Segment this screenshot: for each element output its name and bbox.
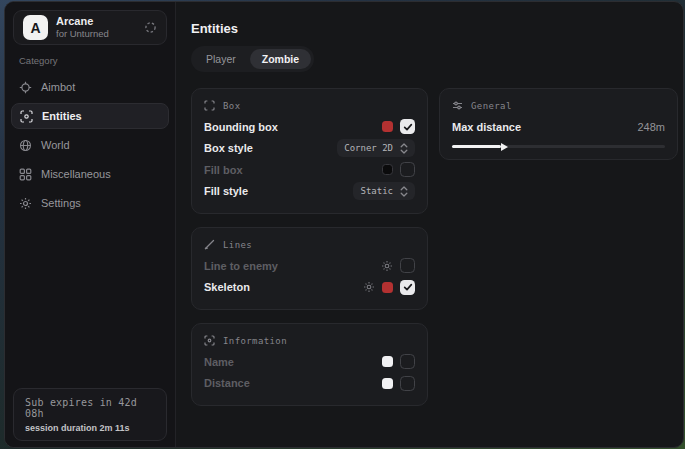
- sidebar-item-world[interactable]: World: [11, 132, 169, 158]
- session-duration-text: session duration 2m 11s: [25, 423, 155, 433]
- fill-style-value: Static: [360, 186, 393, 196]
- slider-fill: [452, 145, 501, 148]
- sidebar-item-label: Aimbot: [41, 81, 75, 93]
- box-header-label: Box: [223, 101, 240, 111]
- sub-expires-text: Sub expires in 42d 08h: [25, 397, 155, 419]
- sidebar-item-label: Entities: [42, 110, 82, 122]
- sidebar-item-label: World: [41, 139, 70, 151]
- max-distance-label: Max distance: [452, 121, 521, 133]
- box-card: Box Bounding box Box style: [191, 88, 428, 214]
- box-style-label: Box style: [204, 142, 253, 154]
- sidebar-item-miscellaneous[interactable]: Miscellaneous: [11, 161, 169, 187]
- bounding-box-label: Bounding box: [204, 121, 278, 133]
- check-icon: [403, 122, 413, 132]
- fill-style-dropdown[interactable]: Static: [353, 182, 415, 200]
- general-header-label: General: [471, 101, 512, 111]
- grid-icon: [19, 168, 32, 181]
- sidebar-nav: Aimbot Entities World: [5, 74, 175, 216]
- general-card: General Max distance 248m: [439, 88, 678, 160]
- sidebar-item-entities[interactable]: Entities: [11, 103, 169, 129]
- brand-logo: A: [23, 15, 48, 40]
- sync-icon[interactable]: [144, 21, 157, 34]
- entity-tabs: Player Zombie: [191, 46, 314, 72]
- main-panel: Entities Player Zombie Box: [176, 2, 684, 447]
- unfold-icon: [400, 186, 408, 197]
- sidebar-item-label: Settings: [41, 197, 81, 209]
- sidebar-item-label: Miscellaneous: [41, 168, 111, 180]
- bounding-box-row: Bounding box: [204, 116, 415, 138]
- box-corners-icon: [204, 100, 215, 111]
- general-card-header: General: [452, 100, 665, 111]
- box-style-row: Box style Corner 2D: [204, 138, 415, 160]
- line-to-enemy-settings-gear-icon[interactable]: [381, 260, 393, 272]
- max-distance-slider[interactable]: [452, 145, 665, 148]
- sliders-icon: [452, 100, 463, 111]
- skeleton-row: Skeleton: [204, 277, 415, 299]
- information-header-label: Information: [223, 336, 287, 346]
- skeleton-checkbox[interactable]: [400, 280, 415, 295]
- distance-checkbox[interactable]: [400, 376, 415, 391]
- check-icon: [403, 282, 413, 292]
- information-card-header: Information: [204, 335, 415, 346]
- distance-label: Distance: [204, 377, 250, 389]
- crosshair-icon: [19, 81, 32, 94]
- name-label: Name: [204, 356, 234, 368]
- sidebar-item-settings[interactable]: Settings: [11, 190, 169, 216]
- unfold-icon: [400, 143, 408, 154]
- fill-style-label: Fill style: [204, 185, 248, 197]
- brand-title: Arcane: [56, 15, 109, 28]
- name-checkbox[interactable]: [400, 354, 415, 369]
- tab-zombie[interactable]: Zombie: [250, 49, 311, 69]
- line-to-enemy-label: Line to enemy: [204, 260, 278, 272]
- name-color-swatch[interactable]: [382, 356, 393, 367]
- brand-text: Arcane for Unturned: [56, 15, 109, 40]
- skeleton-settings-gear-icon[interactable]: [363, 281, 375, 293]
- right-column: General Max distance 248m: [439, 88, 678, 160]
- brand-subtitle: for Unturned: [56, 28, 109, 39]
- left-column: Box Bounding box Box style: [191, 88, 428, 406]
- box-style-value: Corner 2D: [344, 143, 393, 153]
- line-to-enemy-checkbox[interactable]: [400, 258, 415, 273]
- fill-style-row: Fill style Static: [204, 181, 415, 203]
- skeleton-label: Skeleton: [204, 281, 250, 293]
- lines-card-header: Lines: [204, 239, 415, 250]
- sidebar-item-aimbot[interactable]: Aimbot: [11, 74, 169, 100]
- pencil-line-icon: [204, 239, 215, 250]
- fill-box-checkbox[interactable]: [400, 162, 415, 177]
- lines-card: Lines Line to enemy: [191, 227, 428, 310]
- tab-player[interactable]: Player: [194, 49, 248, 69]
- gear-icon: [19, 197, 32, 210]
- information-card: Information Name Distance: [191, 323, 428, 406]
- info-scan-icon: [204, 335, 215, 346]
- distance-row: Distance: [204, 373, 415, 395]
- name-row: Name: [204, 351, 415, 373]
- app-window: A Arcane for Unturned Category Aimbot: [4, 1, 684, 448]
- brand-card: A Arcane for Unturned: [13, 10, 167, 45]
- max-distance-row: Max distance 248m: [452, 116, 665, 138]
- sidebar: A Arcane for Unturned Category Aimbot: [5, 2, 176, 447]
- settings-content: Box Bounding box Box style: [191, 88, 678, 406]
- globe-icon: [19, 139, 32, 152]
- fill-box-label: Fill box: [204, 164, 243, 176]
- bounding-box-color-swatch[interactable]: [382, 121, 393, 132]
- box-card-header: Box: [204, 100, 415, 111]
- page-title: Entities: [191, 21, 678, 36]
- entities-scan-icon: [20, 110, 33, 123]
- category-label: Category: [19, 55, 175, 66]
- box-style-dropdown[interactable]: Corner 2D: [337, 139, 415, 157]
- distance-color-swatch[interactable]: [382, 378, 393, 389]
- max-distance-value: 248m: [637, 121, 665, 133]
- fill-box-row: Fill box: [204, 159, 415, 181]
- skeleton-color-swatch[interactable]: [382, 282, 393, 293]
- subscription-status-card: Sub expires in 42d 08h session duration …: [13, 388, 167, 441]
- lines-header-label: Lines: [223, 240, 252, 250]
- fill-box-color-swatch[interactable]: [382, 164, 393, 175]
- bounding-box-checkbox[interactable]: [400, 119, 415, 134]
- line-to-enemy-row: Line to enemy: [204, 255, 415, 277]
- slider-thumb[interactable]: [501, 143, 508, 151]
